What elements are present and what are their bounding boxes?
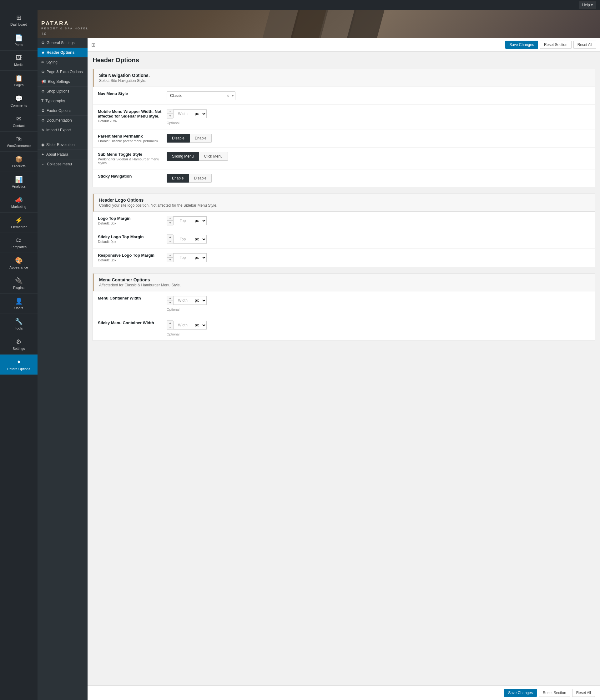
sidebar2-item-import-export[interactable]: ↻ Import / Export [38, 125, 88, 135]
sticky-menu-container-width-unit[interactable]: px % em [192, 321, 207, 329]
responsive-logo-top-margin-unit[interactable]: px % em [192, 253, 207, 262]
sidebar-item-appearance[interactable]: 🎨 Appearance [0, 253, 38, 273]
logo-top-margin-label: Logo Top Margin Default: 0px [98, 216, 167, 225]
sidebar-item-label: Marketing [11, 205, 26, 208]
sidebar-item-label: Appearance [9, 266, 28, 269]
spinner-down[interactable]: ▼ [167, 114, 173, 118]
sticky-menu-container-width-input-wrap: ▲ ▼ px % em [167, 321, 207, 330]
menu-container-width-row: Menu Container Width ▲ ▼ [93, 291, 595, 316]
nav-menu-style-label: Nav Menu Style [98, 91, 167, 96]
mobile-menu-width-input[interactable] [173, 109, 192, 118]
sticky-logo-top-margin-input-wrap: ▲ ▼ px % em [167, 234, 207, 244]
sidebar-item-templates[interactable]: 🗂 Templates [0, 233, 38, 253]
sticky-menu-container-width-input[interactable] [173, 321, 192, 329]
sub-menu-toggle-row: Sub Menu Toggle Style Working for Sideba… [93, 148, 595, 170]
responsive-logo-spinner-up[interactable]: ▲ [167, 253, 173, 258]
sidebar-item-users[interactable]: 👤 Users [0, 294, 38, 314]
menu-container-width-spinner-up[interactable]: ▲ [167, 296, 173, 300]
about-patara-icon: ✦ [41, 152, 44, 157]
sidebar-item-dashboard[interactable]: ⊞ Dashboard [0, 10, 38, 30]
sidebar-item-products[interactable]: 📦 Products [0, 152, 38, 172]
menu-container-width-spinner-down[interactable]: ▼ [167, 300, 173, 305]
sidebar-item-label: Pages [14, 83, 23, 87]
posts-icon: 📄 [15, 34, 23, 42]
bottom-reset-section-button[interactable]: Reset Section [539, 689, 570, 697]
sticky-logo-top-margin-input[interactable] [173, 235, 192, 244]
sidebar-item-patara[interactable]: ✦ Patara Options [0, 354, 38, 375]
sidebar2-item-documentation[interactable]: ⚙ Documentation [38, 116, 88, 125]
responsive-logo-top-margin-row: Responsive Logo Top Margin Default: 0px … [93, 249, 595, 267]
responsive-logo-spinner-down[interactable]: ▼ [167, 258, 173, 262]
products-icon: 📦 [15, 155, 23, 163]
sidebar2-item-styling[interactable]: ✏ Styling [38, 57, 88, 67]
sidebar-item-label: Plugins [13, 286, 24, 290]
typography-icon: T [41, 99, 44, 103]
sidebar2-item-footer-options[interactable]: ⚙ Footer Options [38, 106, 88, 116]
toggle-enable-sticky-btn[interactable]: Enable [167, 174, 189, 182]
sidebar-item-label: Comments [10, 103, 27, 107]
select-clear-icon[interactable]: × [227, 93, 229, 98]
sticky-logo-spinner-up[interactable]: ▲ [167, 235, 173, 239]
bottom-save-changes-button[interactable]: Save Changes [504, 689, 537, 697]
sticky-logo-spinner-down[interactable]: ▼ [167, 239, 173, 244]
reset-all-button[interactable]: Reset All [573, 41, 596, 49]
logo-top-margin-input[interactable] [173, 216, 192, 225]
sticky-logo-top-margin-control: ▲ ▼ px % em [167, 234, 590, 244]
menu-container-width-input[interactable] [173, 296, 192, 305]
sidebar-item-pages[interactable]: 📋 Pages [0, 71, 38, 91]
general-settings-icon: ⚙ [41, 41, 45, 45]
toggle-sliding-menu-btn[interactable]: Sliding Menu [167, 152, 199, 161]
sidebar-item-label: Templates [11, 245, 27, 249]
mobile-menu-width-unit[interactable]: px % em [192, 109, 207, 118]
toggle-click-menu-btn[interactable]: Click Menu [199, 152, 228, 161]
nav-menu-style-select[interactable]: Classic Hamburger Sidebar [167, 91, 235, 100]
sticky-logo-top-margin-unit[interactable]: px % em [192, 235, 207, 244]
toggle-disable-sticky-btn[interactable]: Disable [189, 174, 212, 182]
logo-spinner-up[interactable]: ▲ [167, 216, 173, 221]
toggle-disable-btn[interactable]: Disable [167, 134, 190, 143]
sidebar2-item-slider-revolution[interactable]: ◉ Slider Revolution [38, 140, 88, 150]
help-button[interactable]: Help ▾ [579, 2, 596, 8]
footer-options-icon: ⚙ [41, 108, 45, 113]
sidebar2-item-about-patara[interactable]: ✦ About Patara [38, 150, 88, 159]
save-changes-button[interactable]: Save Changes [505, 41, 538, 49]
sidebar-item-posts[interactable]: 📄 Posts [0, 30, 38, 51]
sidebar-item-marketing[interactable]: 📣 Marketing [0, 192, 38, 212]
menu-container-width-unit[interactable]: px % em [192, 296, 207, 305]
sidebar2-item-typography[interactable]: T Typography [38, 96, 88, 106]
sidebar-item-elementor[interactable]: ⚡ Elementor [0, 212, 38, 233]
sidebar-item-settings[interactable]: ⚙ Settings [0, 334, 38, 354]
sticky-menu-container-width-spinner-down[interactable]: ▼ [167, 325, 173, 329]
sidebar-item-woocommerce[interactable]: 🛍 WooCommerce [0, 132, 38, 152]
sub-menu-toggle-label: Sub Menu Toggle Style Working for Sideba… [98, 152, 167, 165]
sticky-menu-container-width-control: ▲ ▼ px % em [167, 321, 590, 336]
sidebar-item-analytics[interactable]: 📊 Analytics [0, 172, 38, 192]
sidebar-item-media[interactable]: 🖼 Media [0, 51, 38, 71]
sidebar2-item-page-extra[interactable]: ⚙ Page & Extra Options [38, 67, 88, 77]
sticky-menu-container-width-spinner-up[interactable]: ▲ [167, 321, 173, 325]
sidebar2-item-collapse-menu[interactable]: ← Collapse menu [38, 159, 88, 169]
bottom-reset-all-button[interactable]: Reset All [572, 689, 595, 697]
sidebar-item-plugins[interactable]: 🔌 Plugins [0, 273, 38, 294]
reset-section-button[interactable]: Reset Section [540, 41, 572, 49]
logo-spinner-down[interactable]: ▼ [167, 221, 173, 225]
documentation-icon: ⚙ [41, 118, 45, 123]
main-content: Header Options Site Navigation Options. … [88, 52, 600, 685]
sidebar-item-comments[interactable]: 💬 Comments [0, 91, 38, 111]
responsive-logo-top-margin-input[interactable] [173, 253, 192, 262]
sidebar-item-tools[interactable]: 🔧 Tools [0, 314, 38, 334]
sidebar2-item-general-settings[interactable]: ⚙ General Settings [38, 38, 88, 48]
sidebar2-item-blog-settings[interactable]: 📢 Blog Settings [38, 77, 88, 86]
appearance-icon: 🎨 [15, 257, 23, 264]
sidebar-item-label: Media [14, 63, 23, 67]
sidebar2-item-header-options[interactable]: ★ Header Options [38, 48, 88, 57]
spinner-up[interactable]: ▲ [167, 109, 173, 114]
sidebar-item-label: Patara Options [7, 367, 30, 371]
mobile-menu-width-label: Mobile Menu Wrapper Width. Not affected … [98, 109, 167, 123]
sidebar-item-contact[interactable]: ✉ Contact [0, 111, 38, 132]
grid-icon[interactable]: ⊞ [91, 42, 95, 48]
main-panel: ⊞ Save Changes Reset Section Reset All H… [88, 38, 600, 700]
logo-top-margin-unit[interactable]: px % em [192, 216, 207, 225]
sidebar2-item-shop-options[interactable]: ⚙ Shop Options [38, 86, 88, 96]
toggle-enable-btn[interactable]: Enable [190, 134, 212, 143]
